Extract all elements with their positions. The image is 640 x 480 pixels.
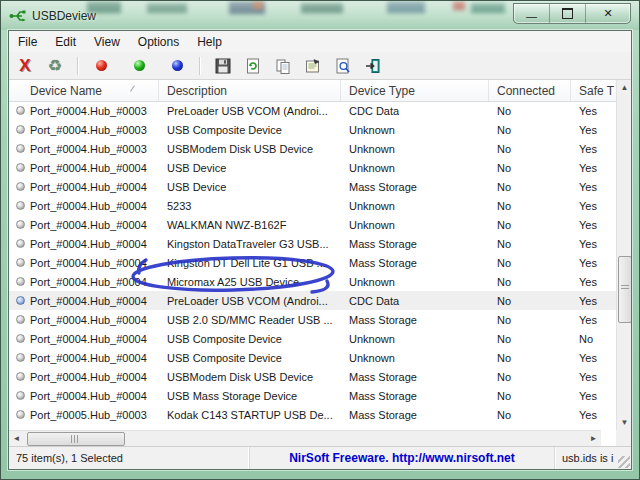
device-name-cell: Port_#0004.Hub_#0003 bbox=[9, 105, 159, 117]
device-name-cell: Port_#0004.Hub_#0004 bbox=[9, 352, 159, 364]
table-row[interactable]: Port_#0004.Hub_#0004USBModem Disk USB De… bbox=[9, 367, 616, 386]
device-name-cell: Port_#0004.Hub_#0004 bbox=[9, 257, 159, 269]
device-name-cell: Port_#0004.Hub_#0004 bbox=[9, 371, 159, 383]
scroll-up-icon[interactable]: ▲ bbox=[617, 80, 631, 95]
device-led-icon bbox=[16, 410, 25, 419]
blue-led-button[interactable] bbox=[167, 56, 187, 76]
sort-ascending-icon bbox=[128, 87, 136, 95]
connected-cell: No bbox=[489, 371, 571, 383]
table-row[interactable]: Port_#0004.Hub_#0003PreLoader USB VCOM (… bbox=[9, 101, 616, 120]
connected-cell: No bbox=[489, 200, 571, 212]
scroll-left-icon[interactable]: ◄ bbox=[9, 431, 24, 446]
column-header-safe-to-unplug[interactable]: Safe T bbox=[571, 80, 616, 101]
horizontal-scroll-thumb[interactable] bbox=[27, 432, 125, 446]
table-row[interactable]: Port_#0004.Hub_#0003USBModem Disk USB De… bbox=[9, 139, 616, 158]
description-cell: USB Composite Device bbox=[159, 124, 341, 136]
table-row[interactable]: Port_#0004.Hub_#0004Kingston DataTravele… bbox=[9, 234, 616, 253]
uninstall-device-icon: X bbox=[19, 57, 30, 74]
device-type-cell: Mass Storage bbox=[341, 257, 489, 269]
device-led-icon bbox=[16, 220, 25, 229]
close-button[interactable]: ✕ bbox=[586, 4, 630, 23]
safe-to-unplug-cell: Yes bbox=[571, 238, 616, 250]
safe-to-unplug-cell: Yes bbox=[571, 124, 616, 136]
connected-cell: No bbox=[489, 162, 571, 174]
menu-edit[interactable]: Edit bbox=[46, 32, 85, 52]
safe-to-unplug-cell: Yes bbox=[571, 162, 616, 174]
disable-device-icon: ♻ bbox=[48, 58, 62, 74]
red-led-button[interactable] bbox=[91, 56, 111, 76]
table-row[interactable]: Port_#0004.Hub_#0004Kingston DT Dell Lit… bbox=[9, 253, 616, 272]
device-type-cell: Unknown bbox=[341, 219, 489, 231]
menu-view[interactable]: View bbox=[85, 32, 129, 52]
device-name-cell: Port_#0004.Hub_#0004 bbox=[9, 333, 159, 345]
column-header-device-name[interactable]: Device Name bbox=[9, 80, 159, 101]
vertical-scroll-thumb[interactable] bbox=[618, 256, 631, 323]
green-led-button[interactable] bbox=[129, 56, 149, 76]
table-row[interactable]: Port_#0005.Hub_#0003Kodak C143 STARTUP U… bbox=[9, 405, 616, 424]
table-row[interactable]: Port_#0004.Hub_#0004WALKMAN NWZ-B162FUnk… bbox=[9, 215, 616, 234]
copy-button[interactable] bbox=[273, 56, 293, 76]
description-cell: Kingston DT Dell Lite G1 USB ... bbox=[159, 257, 341, 269]
status-nirsoft-link[interactable]: NirSoft Freeware. http://www.nirsoft.net bbox=[249, 447, 555, 469]
scroll-down-icon[interactable]: ▼ bbox=[617, 415, 631, 430]
save-report-button[interactable] bbox=[213, 56, 233, 76]
table-row[interactable]: Port_#0004.Hub_#0003USB Composite Device… bbox=[9, 120, 616, 139]
column-header-device-type[interactable]: Device Type bbox=[341, 80, 489, 101]
minimize-button[interactable]: — bbox=[514, 4, 550, 23]
device-name-cell: Port_#0004.Hub_#0004 bbox=[9, 276, 159, 288]
column-header-connected[interactable]: Connected bbox=[489, 80, 571, 101]
device-type-cell: CDC Data bbox=[341, 105, 489, 117]
device-type-cell: Unknown bbox=[341, 352, 489, 364]
connected-cell: No bbox=[489, 276, 571, 288]
table-row[interactable]: Port_#0004.Hub_#0004USB Composite Device… bbox=[9, 329, 616, 348]
table-row[interactable]: Port_#0004.Hub_#0004USB Mass Storage Dev… bbox=[9, 386, 616, 405]
status-bar: 75 item(s), 1 Selected NirSoft Freeware.… bbox=[9, 446, 631, 469]
title-bar[interactable]: USBDeview — ✕ bbox=[1, 1, 639, 30]
device-led-icon bbox=[16, 334, 25, 343]
exit-button[interactable] bbox=[363, 56, 383, 76]
html-report-button[interactable] bbox=[333, 56, 353, 76]
description-cell: WALKMAN NWZ-B162F bbox=[159, 219, 341, 231]
device-name-cell: Port_#0004.Hub_#0004 bbox=[9, 238, 159, 250]
safe-to-unplug-cell: Yes bbox=[571, 371, 616, 383]
menu-file[interactable]: File bbox=[9, 32, 46, 52]
column-header-description[interactable]: Description bbox=[159, 80, 341, 101]
resize-grip-icon[interactable] bbox=[618, 456, 630, 468]
properties-button[interactable] bbox=[303, 56, 323, 76]
table-row[interactable]: Port_#0004.Hub_#0004USB Composite Device… bbox=[9, 348, 616, 367]
uninstall-device-button[interactable]: X bbox=[15, 56, 35, 76]
menu-options[interactable]: Options bbox=[129, 32, 188, 52]
blue-led-icon bbox=[172, 60, 183, 71]
refresh-button[interactable] bbox=[243, 56, 263, 76]
device-led-icon bbox=[16, 106, 25, 115]
table-row[interactable]: Port_#0004.Hub_#0004USB 2.0 SD/MMC Reade… bbox=[9, 310, 616, 329]
device-led-icon bbox=[16, 315, 25, 324]
horizontal-scrollbar[interactable]: ◄ ► bbox=[9, 430, 601, 446]
connected-cell: No bbox=[489, 105, 571, 117]
maximize-button[interactable] bbox=[550, 4, 586, 23]
window-title: USBDeview bbox=[32, 9, 96, 23]
table-row[interactable]: Port_#0004.Hub_#0004PreLoader USB VCOM (… bbox=[9, 291, 616, 310]
toolbar-separator bbox=[77, 57, 79, 75]
description-cell: USBModem Disk USB Device bbox=[159, 371, 341, 383]
table-row[interactable]: Port_#0004.Hub_#0004USB DeviceMass Stora… bbox=[9, 177, 616, 196]
disable-device-button[interactable]: ♻ bbox=[45, 56, 65, 76]
device-led-icon bbox=[16, 163, 25, 172]
connected-cell: No bbox=[489, 409, 571, 421]
device-type-cell: Unknown bbox=[341, 143, 489, 155]
device-name-cell: Port_#0004.Hub_#0004 bbox=[9, 295, 159, 307]
table-row[interactable]: Port_#0004.Hub_#0004USB DeviceUnknownNoY… bbox=[9, 158, 616, 177]
safe-to-unplug-cell: Yes bbox=[571, 314, 616, 326]
device-type-cell: Unknown bbox=[341, 124, 489, 136]
vertical-scrollbar[interactable]: ▲ ▼ bbox=[616, 80, 631, 430]
menu-help[interactable]: Help bbox=[188, 32, 231, 52]
safe-to-unplug-cell: Yes bbox=[571, 200, 616, 212]
description-cell: USB Device bbox=[159, 162, 341, 174]
description-cell: USBModem Disk USB Device bbox=[159, 143, 341, 155]
scroll-right-icon[interactable]: ► bbox=[586, 431, 601, 446]
safe-to-unplug-cell: Yes bbox=[571, 219, 616, 231]
table-row[interactable]: Port_#0004.Hub_#00045233UnknownNoYes bbox=[9, 196, 616, 215]
maximize-icon bbox=[562, 8, 573, 19]
connected-cell: No bbox=[489, 257, 571, 269]
table-row[interactable]: Port_#0004.Hub_#0004Micromax A25 USB Dev… bbox=[9, 272, 616, 291]
